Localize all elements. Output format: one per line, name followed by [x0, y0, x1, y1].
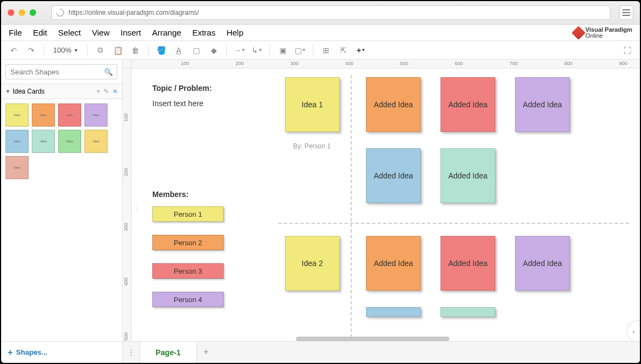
url-text: https://online.visual-paradigm.com/diagr…	[68, 9, 199, 16]
toolbar: ↶ ↷ 100% ▼ ⧉ 📋 🗑 🪣 A ▢ ◆ → ▼ ↳ ▼ ▣ ▢ ▼ ⊞…	[1, 41, 640, 60]
page-tabs-bar: ⋮ Page-1 +	[123, 341, 640, 363]
idea-card[interactable]	[366, 307, 421, 317]
idea-card[interactable]: Added Idea	[515, 236, 570, 291]
sidebar: 🔍 ⋮ ▼ Idea Cards + ✎ ✕ IdeaIdeaIdeaIdeaI…	[1, 60, 123, 363]
ruler-tick: 100	[123, 113, 129, 122]
undo-button[interactable]: ↶	[7, 43, 21, 57]
menu-extras[interactable]: Extras	[192, 28, 216, 37]
idea-card[interactable]: Added Idea	[515, 77, 570, 132]
member-bar[interactable]: Person 4	[152, 292, 224, 307]
palette-idea-card[interactable]: Idea	[5, 103, 28, 126]
topic-text[interactable]: Insert text here	[152, 99, 203, 108]
palette-idea-card[interactable]: Idea	[84, 130, 107, 153]
menu-insert[interactable]: Insert	[121, 28, 141, 37]
palette-idea-card[interactable]: Idea	[32, 103, 55, 126]
menu-edit[interactable]: Edit	[33, 28, 47, 37]
ruler-tick: 800	[564, 61, 573, 66]
ruler-tick: 300	[290, 61, 299, 66]
titlebar: https://online.visual-paradigm.com/diagr…	[1, 1, 640, 25]
idea-card[interactable]: Idea 1	[285, 77, 340, 132]
search-icon[interactable]: 🔍	[104, 68, 113, 76]
panel-add-icon[interactable]: +	[96, 88, 100, 95]
close-window-icon[interactable]	[8, 9, 14, 16]
add-page-button[interactable]: +	[197, 342, 215, 363]
ruler-tick: 700	[510, 61, 518, 66]
topic-label: Topic / Problem:	[152, 84, 212, 93]
page-tab-1[interactable]: Page-1	[140, 342, 197, 363]
palette-idea-card[interactable]: Idea	[84, 103, 107, 126]
search-shapes-input[interactable]	[5, 64, 117, 79]
menu-select[interactable]: Select	[58, 28, 81, 37]
idea-card[interactable]	[440, 307, 495, 317]
idea-card[interactable]: Added Idea	[366, 77, 421, 132]
page-menu-button[interactable]: ⋮	[123, 342, 140, 363]
style-button[interactable]: ◆	[207, 43, 221, 57]
zoom-value: 100%	[53, 46, 71, 54]
panel-edit-icon[interactable]: ✎	[104, 88, 109, 95]
chevron-down-icon: ▼	[5, 89, 10, 94]
line-color-button[interactable]: A	[171, 43, 186, 57]
menu-help[interactable]: Help	[226, 28, 243, 37]
panel-header-idea-cards[interactable]: ▼ Idea Cards + ✎ ✕	[1, 84, 122, 99]
palette-idea-card[interactable]: Idea	[32, 130, 55, 153]
palette-idea-card[interactable]: Idea	[5, 156, 28, 179]
ruler-horizontal: 100200300400500600700800900	[131, 60, 640, 68]
idea-card[interactable]: Added Idea	[440, 148, 495, 203]
divider-horizontal	[278, 223, 629, 224]
reload-icon[interactable]	[55, 7, 66, 18]
to-front-button[interactable]: ▣	[276, 43, 290, 57]
connection-button[interactable]: → ▼	[232, 43, 247, 57]
to-back-button[interactable]: ▢ ▼	[293, 43, 307, 57]
member-bar[interactable]: Person 1	[152, 206, 224, 222]
fullscreen-button[interactable]: ⛶	[620, 43, 634, 57]
delete-button[interactable]: 🗑	[128, 43, 142, 57]
divider-vertical	[351, 75, 352, 363]
ruler-tick: 500	[400, 61, 408, 66]
idea-card[interactable]: Added Idea	[440, 77, 495, 132]
palette-idea-card[interactable]: Idea	[58, 103, 81, 126]
ruler-tick: 400	[345, 61, 353, 66]
paste-button[interactable]: 📋	[111, 43, 125, 57]
url-bar[interactable]: https://online.visual-paradigm.com/diagr…	[51, 5, 610, 20]
redo-button[interactable]: ↷	[24, 43, 38, 57]
ruler-tick: 300	[123, 223, 129, 231]
ruler-tick: 900	[619, 61, 627, 66]
shapes-button-label: Shapes...	[16, 348, 47, 356]
add-button[interactable]: + ▼	[354, 43, 368, 57]
ruler-tick: 400	[123, 278, 129, 286]
idea-card[interactable]: Added Idea	[366, 236, 421, 291]
ruler-vertical: 100200300400500	[123, 68, 131, 363]
minimize-window-icon[interactable]	[19, 9, 25, 16]
ruler-tick: 200	[236, 61, 244, 66]
ruler-tick: 100	[181, 61, 189, 66]
palette-idea-card[interactable]: Idea	[5, 130, 28, 153]
idea-card[interactable]: Added Idea	[366, 148, 421, 203]
menu-arrange[interactable]: Arrange	[152, 28, 181, 37]
idea-card[interactable]: Idea 2	[285, 236, 340, 291]
waypoint-button[interactable]: ↳ ▼	[250, 43, 264, 57]
panel-close-icon[interactable]: ✕	[112, 88, 118, 95]
palette-idea-card[interactable]: Idea	[58, 130, 81, 153]
members-label: Members:	[152, 190, 188, 199]
plus-icon: +	[8, 348, 13, 357]
maximize-window-icon[interactable]	[30, 9, 36, 16]
zoom-control[interactable]: 100% ▼	[50, 46, 82, 54]
splitter-handle[interactable]: ⋮⋮	[131, 205, 134, 218]
canvas-area: 100200300400500600700800900 100200300400…	[123, 60, 640, 363]
hamburger-menu-button[interactable]	[619, 5, 633, 20]
member-bar[interactable]: Person 3	[152, 263, 224, 279]
ruler-tick: 200	[123, 168, 129, 176]
shadow-button[interactable]: ▢	[189, 43, 203, 57]
copy-button[interactable]: ⧉	[93, 43, 107, 57]
idea-card[interactable]: Added Idea	[440, 236, 495, 291]
member-bar[interactable]: Person 2	[152, 235, 224, 250]
horizontal-scrollbar[interactable]	[296, 337, 449, 341]
more-shapes-button[interactable]: + Shapes...	[1, 341, 122, 363]
canvas[interactable]: ⋮⋮ Topic / Problem: Insert text here Mem…	[131, 68, 640, 363]
actual-size-button[interactable]: ⇱	[336, 43, 351, 57]
brand-logo: Visual ParadigmOnline	[574, 27, 632, 39]
fit-button[interactable]: ⊞	[319, 43, 333, 57]
fill-color-button[interactable]: 🪣	[154, 43, 168, 57]
menu-file[interactable]: File	[9, 28, 22, 37]
menu-view[interactable]: View	[92, 28, 110, 37]
